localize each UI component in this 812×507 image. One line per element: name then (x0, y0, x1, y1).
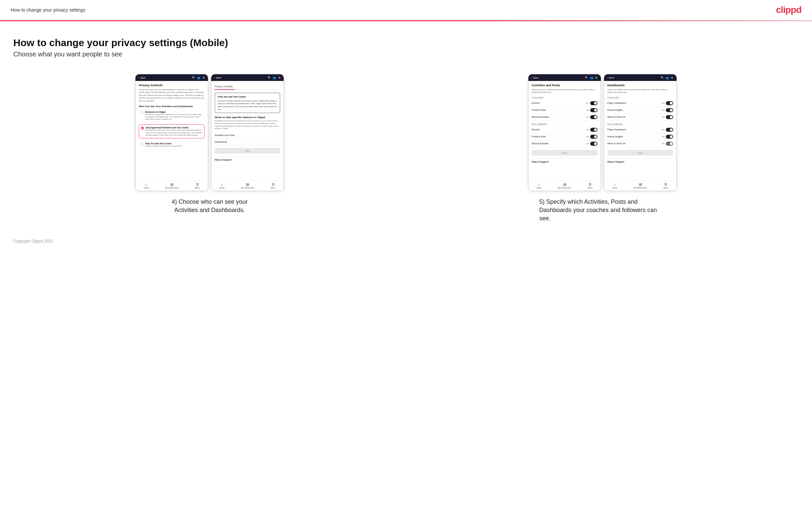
phone3-mockup: ‹ Back 🔍 👥 ⚙ Activities and Posts Select… (528, 74, 601, 191)
coaches-what-to-work-toggle[interactable] (666, 115, 673, 119)
step5-phones: ‹ Back 🔍 👥 ⚙ Activities and Posts Select… (528, 74, 677, 191)
menu-icon: ☰ (196, 182, 199, 186)
everyone-option[interactable]: Everyone on Clippd Everyone on Clippd ca… (139, 109, 205, 122)
only-you-label: Only You and Your Coach (145, 143, 182, 145)
settings4-icon[interactable]: ⚙ (670, 76, 674, 79)
phone2-back-label: Back (216, 77, 221, 79)
followers-drills-row: Practice Drills ON (532, 133, 598, 140)
topbar-title: How to change your privacy settings (11, 7, 85, 13)
phone4-header-icons: 🔍 👥 ⚙ (661, 76, 674, 79)
coaches-manual-row: Manual Activities ON (532, 114, 598, 121)
phone1-header-icons: 🔍 👥 ⚙ (192, 76, 205, 79)
nav4-home[interactable]: ⌂ Home (612, 182, 617, 189)
nav-home[interactable]: ⌂ Home (144, 182, 149, 189)
nav3-home[interactable]: ⌂ Home (537, 182, 542, 189)
settings2-icon[interactable]: ⚙ (277, 76, 281, 79)
phone3-back[interactable]: ‹ Back (531, 76, 538, 79)
followers-manual-toggle[interactable] (590, 142, 598, 146)
menu4-label: Menu (664, 187, 668, 189)
phone4-mockup: ‹ Back 🔍 👥 ⚙ Dashboards Select the dashb… (604, 74, 677, 191)
followers-what-to-work-row: What To Work On ON (607, 140, 673, 147)
approved-radio (141, 127, 144, 129)
phone2-back[interactable]: ‹ Back (214, 76, 221, 79)
nav-performance[interactable]: ▤ My Performance (165, 182, 179, 189)
followers-round-insights-toggle[interactable] (666, 135, 673, 139)
only-you-option[interactable]: Only You and Your Coach Only you and the… (139, 141, 205, 149)
nav4-menu[interactable]: ☰ Menu (664, 182, 668, 189)
everyone-label: Everyone on Clippd (145, 111, 203, 113)
save-button3[interactable]: Save (532, 150, 598, 156)
feature-desc: Regardless of the privacy controls that … (214, 120, 280, 130)
phone2-tab-bar: Privacy Controls (214, 83, 280, 90)
coaches-drills-label: Practice Drills (532, 109, 546, 111)
nav3-menu[interactable]: ☰ Menu (588, 182, 593, 189)
phone4-subtitle: Select the dashboards that you'd like to… (607, 88, 673, 94)
activities-posts-row[interactable]: Activities and Posts › (214, 132, 280, 139)
followers-player-dashboard-label: Player Dashboard (607, 128, 626, 131)
phone3-header-icons: 🔍 👥 ⚙ (585, 76, 598, 79)
coaches-player-dashboard-toggle[interactable] (666, 101, 673, 105)
home2-icon: ⌂ (221, 182, 223, 186)
phone1-title: Privacy Controls (139, 83, 205, 87)
followers-rounds-toggle[interactable] (590, 128, 598, 132)
approved-option[interactable]: Only Approved Followers and Your Coach O… (139, 124, 205, 138)
coaches-player-dashboard-label: Player Dashboard (607, 102, 626, 104)
phone2-bottom-nav: ⌂ Home ▤ My Performance ☰ Menu (211, 180, 284, 191)
coaches-rounds-toggle-group: ON (586, 101, 598, 105)
coaches-round-insights-toggle[interactable] (666, 108, 673, 112)
dashboards-row[interactable]: Dashboards › (214, 139, 280, 145)
performance3-label: My Performance (558, 187, 571, 189)
nav-menu[interactable]: ☰ Menu (195, 182, 200, 189)
phone1-back[interactable]: ‹ Back (138, 76, 146, 79)
nav3-performance[interactable]: ▤ My Performance (558, 182, 571, 189)
coaches-drills-toggle-group: ON (586, 108, 598, 112)
back-chevron2-icon: ‹ (214, 76, 215, 79)
followers-player-dashboard-row: Player Dashboard ON (607, 126, 673, 133)
people3-icon[interactable]: 👥 (590, 76, 593, 79)
followers-player-dashboard-toggle[interactable] (666, 128, 673, 132)
people-icon[interactable]: 👥 (197, 76, 200, 79)
coaches-drills-toggle[interactable] (590, 108, 598, 112)
phone1-bottom-nav: ⌂ Home ▤ My Performance ☰ Menu (136, 180, 208, 191)
page-subheading: Choose what you want people to see (13, 50, 799, 58)
followers-drills-toggle[interactable] (590, 135, 598, 139)
approved-label: Only Approved Followers and Your Coach (146, 126, 202, 129)
nav2-performance[interactable]: ▤ My Performance (241, 182, 254, 189)
search-icon[interactable]: 🔍 (192, 76, 195, 79)
help-support2: Help & Support (214, 156, 280, 162)
privacy-controls-tab[interactable]: Privacy Controls (214, 83, 235, 89)
search2-icon[interactable]: 🔍 (268, 76, 271, 79)
coaches-drills-row: Practice Drills ON (532, 107, 598, 114)
phone4-back-label: Back (609, 77, 614, 79)
followers-label4: FOLLOWERS (607, 123, 673, 125)
nav4-performance[interactable]: ▤ My Performance (633, 182, 647, 189)
menu4-icon: ☰ (664, 182, 667, 186)
save-button4[interactable]: Save (607, 150, 673, 156)
people4-icon[interactable]: 👥 (666, 76, 669, 79)
settings3-icon[interactable]: ⚙ (595, 76, 598, 79)
performance4-label: My Performance (633, 187, 647, 189)
coaches-manual-label: Manual Activities (532, 116, 549, 118)
chart3-icon: ▤ (563, 182, 566, 186)
coaches-manual-toggle[interactable] (590, 115, 598, 119)
followers-rounds-label: Rounds (532, 128, 540, 131)
search3-icon[interactable]: 🔍 (585, 76, 588, 79)
phone4-back[interactable]: ‹ Back (607, 76, 614, 79)
phone3-back-label: Back (533, 77, 538, 79)
followers-what-to-work-toggle-group: ON (662, 142, 673, 146)
home2-label: Home (219, 187, 224, 189)
followers-manual-toggle-group: ON (586, 142, 598, 146)
nav2-home[interactable]: ⌂ Home (219, 182, 224, 189)
search4-icon[interactable]: 🔍 (661, 76, 664, 79)
followers-what-to-work-toggle[interactable] (666, 142, 673, 146)
top-bar: How to change your privacy settings clip… (0, 0, 812, 20)
phone3-subtitle: Select the types of activity that you'd … (532, 88, 598, 94)
coaches-rounds-toggle[interactable] (590, 101, 598, 105)
save-button2[interactable]: Save (214, 148, 280, 154)
settings-icon[interactable]: ⚙ (202, 76, 205, 79)
nav2-menu[interactable]: ☰ Menu (271, 182, 276, 189)
phone2-header-icons: 🔍 👥 ⚙ (268, 76, 281, 79)
phone3-body: Activities and Posts Select the types of… (528, 81, 601, 180)
dashboards-chevron-icon: › (280, 140, 281, 143)
people2-icon[interactable]: 👥 (273, 76, 276, 79)
